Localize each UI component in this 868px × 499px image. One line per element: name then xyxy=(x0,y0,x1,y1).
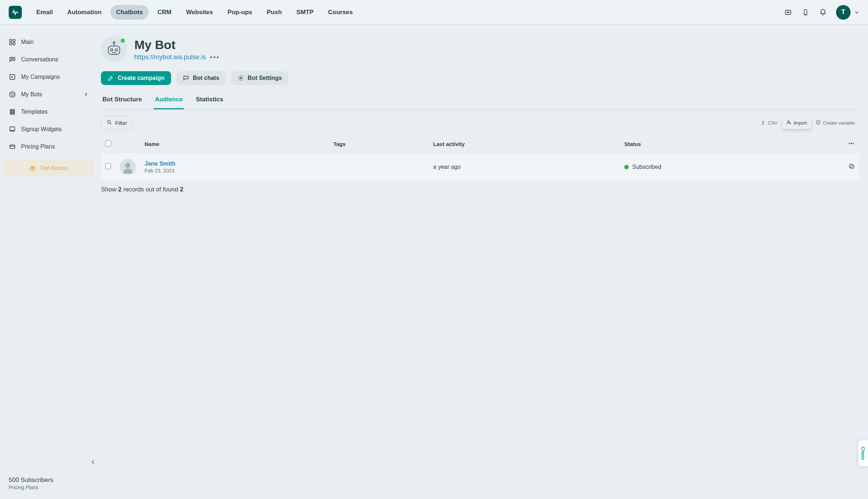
chevron-down-icon[interactable] xyxy=(855,9,859,16)
bell-icon[interactable] xyxy=(816,5,830,20)
svg-point-28 xyxy=(108,121,110,123)
compose-icon xyxy=(108,75,114,81)
filter-button[interactable]: Filter xyxy=(101,116,133,130)
svg-point-25 xyxy=(115,49,117,51)
col-tags: Tags xyxy=(329,135,429,153)
messages-icon[interactable] xyxy=(781,5,795,20)
sidebar-item-signup-widgets[interactable]: Signup Widgets xyxy=(3,121,94,138)
svg-rect-20 xyxy=(10,127,15,130)
button-label: Bot Settings xyxy=(248,75,282,81)
settings-icon xyxy=(238,75,244,81)
topnav-item-websites[interactable]: Websites xyxy=(180,5,219,20)
svg-point-10 xyxy=(11,59,12,60)
tab-bot-structure[interactable]: Bot Structure xyxy=(101,91,143,109)
contact-name-link[interactable]: Jane Smith xyxy=(145,161,175,167)
topnav-item-popups[interactable]: Pop-ups xyxy=(222,5,258,20)
import-label: Import xyxy=(794,120,807,126)
bot-settings-button[interactable]: Bot Settings xyxy=(231,71,288,85)
sidebar-item-pricing[interactable]: Pricing Plans xyxy=(3,138,94,155)
tab-audience[interactable]: Audience xyxy=(154,91,184,109)
sidebar-item-templates[interactable]: Templates xyxy=(3,103,94,121)
create-variable-button[interactable]: Create variable xyxy=(811,117,859,129)
col-status: Status xyxy=(620,135,837,153)
sidebar-label: Pricing Plans xyxy=(21,143,55,150)
bot-actions: Create campaign Bot chats Bot Settings xyxy=(101,71,859,85)
gift-icon xyxy=(29,165,37,171)
svg-point-5 xyxy=(805,14,806,15)
get-bonus-button[interactable]: Get bonus xyxy=(3,160,94,177)
pricing-plans-link[interactable]: Pricing Plans xyxy=(9,484,88,490)
tab-statistics[interactable]: Statistics xyxy=(194,91,225,109)
more-menu-button[interactable] xyxy=(210,56,219,58)
svg-point-15 xyxy=(11,94,12,94)
table-row[interactable]: Jane Smith Feb 23, 2023 a year ago xyxy=(101,153,859,181)
face-icon xyxy=(9,91,16,98)
svg-point-31 xyxy=(849,143,850,144)
more-columns-button[interactable] xyxy=(848,140,855,147)
svg-rect-19 xyxy=(10,113,15,114)
svg-point-2 xyxy=(788,12,788,13)
widget-icon xyxy=(9,126,16,133)
bot-header: My Bot https://mybot.wa.pulse.is xyxy=(101,25,859,68)
row-checkbox[interactable] xyxy=(105,163,111,169)
svg-point-1 xyxy=(787,12,788,13)
csv-button[interactable]: CSV xyxy=(756,117,782,129)
sidebar-label: My Campaigns xyxy=(21,74,60,80)
price-icon xyxy=(9,143,16,150)
plus-square-icon xyxy=(816,120,821,126)
records-count: Show 2 records out of found 2 xyxy=(101,186,859,193)
import-button[interactable]: Import xyxy=(782,117,811,129)
bonus-label: Get bonus xyxy=(40,165,67,171)
svg-rect-21 xyxy=(10,145,15,149)
create-variable-label: Create variable xyxy=(823,120,855,126)
svg-point-27 xyxy=(240,77,242,79)
topnav-item-chatbots[interactable]: Chatbots xyxy=(110,5,149,20)
mobile-icon[interactable] xyxy=(798,5,813,20)
status-dot-icon xyxy=(624,165,629,169)
copy-button[interactable] xyxy=(848,163,855,170)
topnav-item-automation[interactable]: Automation xyxy=(61,5,107,20)
contact-avatar xyxy=(120,159,136,175)
topnav-item-smtp[interactable]: SMTP xyxy=(291,5,319,20)
sidebar-label: Signup Widgets xyxy=(21,126,62,133)
topnav-item-email[interactable]: Email xyxy=(31,5,58,20)
topnav-item-push[interactable]: Push xyxy=(261,5,288,20)
select-all-checkbox[interactable] xyxy=(105,141,111,146)
svg-point-34 xyxy=(125,163,130,168)
whatsapp-badge-icon xyxy=(120,38,126,44)
svg-point-12 xyxy=(13,59,14,60)
search-icon xyxy=(106,119,112,126)
svg-point-33 xyxy=(852,143,853,144)
create-campaign-button[interactable]: Create campaign xyxy=(101,71,171,85)
chat-icon xyxy=(183,75,189,81)
contact-date: Feb 23, 2023 xyxy=(145,168,175,174)
chevron-left-icon xyxy=(84,91,88,98)
bot-url-link[interactable]: https://mybot.wa.pulse.is xyxy=(134,53,206,61)
col-name: Name xyxy=(140,135,329,153)
logo[interactable] xyxy=(9,6,22,19)
svg-rect-17 xyxy=(10,109,15,110)
sidebar-item-main[interactable]: Main xyxy=(3,33,94,51)
svg-rect-9 xyxy=(13,43,15,45)
topnav-item-crm[interactable]: CRM xyxy=(151,5,177,20)
svg-rect-35 xyxy=(851,165,854,169)
contact-tags xyxy=(329,153,429,181)
svg-point-16 xyxy=(13,94,14,94)
user-avatar[interactable]: T xyxy=(836,5,851,20)
audience-table: Name Tags Last activity Status xyxy=(101,135,859,181)
button-label: Bot chats xyxy=(193,75,219,81)
topnav-item-courses[interactable]: Courses xyxy=(322,5,358,20)
bot-chats-button[interactable]: Bot chats xyxy=(176,71,226,85)
sidebar-item-campaigns[interactable]: My Campaigns xyxy=(3,68,94,86)
sidebar-label: Templates xyxy=(21,109,48,115)
chats-side-tab[interactable]: Chats xyxy=(858,440,868,466)
sidebar-item-mybots[interactable]: My Bots xyxy=(3,86,94,103)
list-toolbar: Filter CSV Import Create variable xyxy=(101,116,859,130)
subscriber-count: 500 Subscribers xyxy=(9,476,88,484)
chat-icon xyxy=(9,56,16,63)
svg-rect-18 xyxy=(10,111,15,112)
sidebar-item-conversations[interactable]: Conversations xyxy=(3,51,94,68)
pulse-icon xyxy=(11,8,19,16)
sidebar-collapse-button[interactable] xyxy=(89,458,97,466)
col-last-activity: Last activity xyxy=(429,135,620,153)
